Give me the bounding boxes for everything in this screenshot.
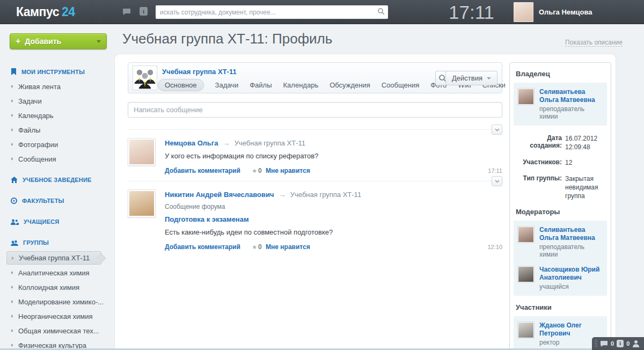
member-name-link[interactable]: Жданов Олег Петрович (539, 322, 603, 338)
sidebar-item-calendar[interactable]: Календарь (0, 108, 114, 123)
message-composer-input[interactable] (128, 103, 502, 117)
sidebar-item-photos[interactable]: Фотографии (0, 137, 114, 152)
arrow-right-icon: → (279, 191, 286, 199)
caret-right-icon (11, 85, 13, 88)
user-name[interactable]: Ольга Немцова (539, 0, 592, 24)
post-time: 12:10 (487, 244, 502, 250)
add-button[interactable]: + Добавить (10, 33, 107, 49)
member-name-link[interactable]: Селивантьева Ольга Матвеевна (539, 226, 603, 242)
group-name[interactable]: Учебная группа ХТ-11 (162, 68, 237, 76)
sidebar-item-colloid-chem[interactable]: Коллоидная химия (0, 280, 114, 295)
notifications-count: 0 (626, 340, 630, 347)
sidebar-item-files[interactable]: Файлы (0, 123, 114, 137)
star-icon: ★ (252, 167, 257, 174)
add-comment-link[interactable]: Добавить комментарий (165, 243, 240, 251)
sidebar-section-students[interactable]: УЧАЩИЕСЯ (0, 214, 114, 229)
caret-right-icon (11, 128, 13, 132)
sidebar-item-modeling[interactable]: Моделирование химико-... (0, 295, 114, 309)
add-comment-link[interactable]: Добавить комментарий (165, 167, 240, 174)
home-icon (11, 177, 18, 183)
arrow-right-icon: → (223, 139, 230, 147)
message-composer (128, 102, 502, 118)
member-row: Часовщиков Юрий Анатолиевич учащийся (514, 262, 607, 294)
post-kind: Сообщение форума (165, 203, 502, 210)
caret-right-icon (11, 286, 13, 289)
sidebar-section-faculties[interactable]: ФАКУЛЬТЕТЫ (0, 193, 114, 208)
member-avatar[interactable] (517, 88, 535, 105)
tab-files[interactable]: Файлы (250, 81, 272, 89)
tab-tasks[interactable]: Задачи (215, 81, 239, 89)
post-target-group[interactable]: Учебная группа ХТ-11 (235, 139, 305, 147)
global-search-input[interactable] (156, 6, 374, 18)
tab-discussions[interactable]: Обсуждения (330, 81, 370, 89)
member-row: Селивантьева Ольга Матвеевна преподавате… (514, 222, 607, 262)
tab-calendar[interactable]: Календарь (283, 81, 319, 89)
top-bar: Кампус24 i 17:11 Ольга Немцова (0, 0, 644, 24)
chevron-down-icon (495, 128, 500, 132)
notifications-icon[interactable]: i (617, 340, 624, 347)
user-avatar[interactable] (514, 2, 533, 22)
post-author-link[interactable]: Никитин Андрей Вячеславович (165, 191, 274, 199)
sidebar-item-messages[interactable]: Сообщения (0, 152, 114, 166)
person-icon[interactable] (632, 340, 640, 347)
app-logo[interactable]: Кампус24 (16, 0, 75, 24)
sidebar-section-tools[interactable]: МОИ ИНСТРУМЕНТЫ (0, 64, 114, 79)
messenger-icon[interactable] (600, 340, 608, 347)
messenger-icon[interactable] (122, 8, 131, 17)
post-text: У кого есть информация по списку реферат… (165, 152, 502, 160)
post-author-link[interactable]: Немцова Ольга (165, 139, 218, 147)
chevron-down-icon (487, 77, 491, 79)
add-button-label: Добавить (25, 37, 61, 46)
post-menu-button[interactable] (492, 176, 502, 186)
sidebar-nav: МОИ ИНСТРУМЕНТЫ Живая лента Задачи Кален… (0, 64, 114, 350)
sidebar-item-tasks[interactable]: Задачи (0, 94, 114, 108)
member-row: Селивантьева Ольга Матвеевна преподавате… (514, 84, 607, 124)
like-link[interactable]: Мне нравится (266, 167, 310, 174)
drag-handle[interactable] (595, 340, 597, 348)
sidebar-item-analytic-chem[interactable]: Аналитическая химия (0, 266, 114, 280)
member-avatar[interactable] (517, 266, 535, 283)
group-header-card: Учебная группа ХТ-11 Основное Задачи Фай… (128, 62, 502, 93)
notification-bar: 0 i 0 (592, 337, 644, 350)
post-menu-button[interactable] (492, 125, 502, 135)
page-title: Учебная группа ХТ-11: Профиль (122, 31, 332, 47)
sidebar-section-groups[interactable]: ГРУППЫ (0, 235, 114, 250)
sidebar-item-general-chem[interactable]: Общая химическая тех... (0, 324, 114, 338)
field-row: Участников: 12 (516, 158, 605, 167)
show-description-link[interactable]: Показать описание (565, 39, 623, 47)
group-avatar[interactable] (133, 65, 157, 90)
member-avatar[interactable] (517, 322, 535, 339)
sidebar-item-inorganic-chem[interactable]: Неорганическая химия (0, 309, 114, 324)
caret-right-icon (11, 143, 13, 146)
caret-right-icon (11, 99, 13, 103)
post-target-group[interactable]: Учебная группа ХТ-11 (290, 191, 361, 199)
people-icon (11, 219, 19, 225)
post-title-link[interactable]: Подготовка к экзаменам (165, 215, 502, 223)
actions-button[interactable]: Действия (445, 71, 497, 85)
post-author-avatar[interactable] (128, 189, 156, 217)
tab-messages[interactable]: Сообщения (382, 81, 420, 89)
tab-main[interactable]: Основное (158, 79, 204, 91)
post-text: Есть какие-нибудь идеи по совместной под… (165, 228, 502, 236)
member-name-link[interactable]: Селивантьева Ольга Матвеевна (539, 88, 603, 104)
caret-right-icon (11, 300, 13, 303)
chevron-down-icon (495, 180, 500, 183)
post-time: 17:11 (488, 167, 502, 174)
likes-count: 0 (258, 243, 262, 251)
sidebar-item-group-ht11[interactable]: Учебная группа ХТ-11 (6, 251, 101, 265)
sidebar-item-live-feed[interactable]: Живая лента (0, 79, 114, 94)
member-name-link[interactable]: Часовщиков Юрий Анатолиевич (539, 266, 603, 282)
search-icon[interactable] (374, 8, 388, 17)
member-avatar[interactable] (517, 226, 535, 243)
clock: 17:11 (449, 0, 494, 24)
likes-count: 0 (258, 167, 262, 174)
messenger-count: 0 (611, 340, 614, 347)
global-search (156, 5, 388, 19)
like-link[interactable]: Мне нравится (266, 243, 310, 251)
target-icon (11, 198, 17, 204)
group-info-panel: Владелец Селивантьева Ольга Матвеевна пр… (509, 62, 611, 350)
owner-header: Владелец (516, 70, 605, 78)
post-author-avatar[interactable] (128, 138, 156, 166)
sidebar-section-school[interactable]: УЧЕБНОЕ ЗАВЕДЕНИЕ (0, 172, 114, 187)
notifications-icon[interactable]: i (140, 7, 148, 16)
